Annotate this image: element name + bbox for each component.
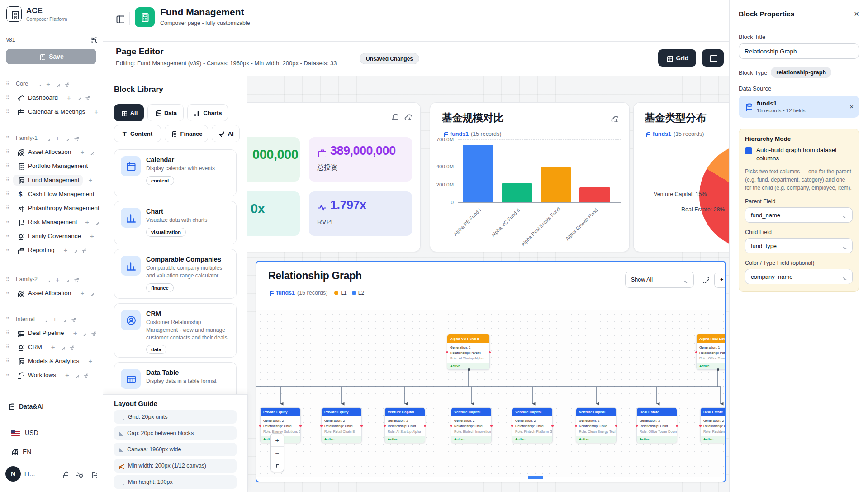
chevron-up-icon[interactable] xyxy=(45,277,50,282)
sidebar-item-calendar-meetings[interactable]: ⠿ Calendar & Meetings + xyxy=(0,105,103,119)
delete-icon[interactable] xyxy=(84,95,90,100)
edit-icon[interactable] xyxy=(88,149,94,155)
chevron-up-icon[interactable] xyxy=(45,135,50,141)
sidebar-item-philanthropy-management[interactable]: ⠿ Philanthropy Management xyxy=(0,201,103,215)
sidebar-item-cash-flow-management[interactable]: ⠿ $Cash Flow Management xyxy=(0,187,103,201)
graph-child-node[interactable]: Real Estate Generation: 2 Relationship: … xyxy=(700,407,726,443)
edit-icon[interactable] xyxy=(71,247,77,253)
delete-icon[interactable] xyxy=(63,81,69,87)
chart-source[interactable]: funds1 (15 records) xyxy=(645,131,704,137)
sidebar-section-core[interactable]: ⠿ Core + xyxy=(0,77,103,91)
add-button[interactable]: + xyxy=(65,372,69,378)
sidebar-section-family-1[interactable]: ⠿ Family-1 + xyxy=(0,131,103,145)
delete-icon[interactable] xyxy=(81,247,86,253)
data-source-card[interactable]: funds1 15 records • 12 fields × xyxy=(739,96,859,118)
add-button[interactable]: + xyxy=(46,81,50,87)
child-field-select[interactable]: fund_type xyxy=(745,238,853,253)
graph-canvas[interactable]: Alpha VC Fund II Generation: 1 Relations… xyxy=(256,310,725,477)
graph-filter-select[interactable]: Show All xyxy=(625,272,694,288)
tab-content[interactable]: TContent xyxy=(114,125,161,142)
bar[interactable] xyxy=(463,145,493,202)
add-button[interactable]: + xyxy=(73,330,77,336)
delete-icon[interactable] xyxy=(82,372,88,378)
horizontal-scrollbar-thumb[interactable] xyxy=(528,476,543,479)
drag-handle-icon[interactable]: ⠿ xyxy=(6,81,9,87)
panel-toggle-icon[interactable] xyxy=(115,14,124,23)
bell-icon[interactable] xyxy=(390,113,398,120)
user-avatar[interactable]: N xyxy=(5,466,21,482)
drag-handle-icon[interactable]: ⠿ xyxy=(6,233,9,239)
lock-icon[interactable] xyxy=(61,470,68,478)
graph-child-node[interactable]: Venture Capital Generation: 2 Relationsh… xyxy=(512,407,553,443)
drag-handle-icon[interactable]: ⠿ xyxy=(6,109,9,115)
sidebar-item-fund-management[interactable]: ⠿ Fund Management + xyxy=(0,173,103,187)
drag-handle-icon[interactable]: ⠿ xyxy=(6,358,9,364)
sidebar-item-data-ai[interactable]: Data&AI xyxy=(7,403,43,410)
graph-child-node[interactable]: Venture Capital Generation: 2 Relationsh… xyxy=(384,407,425,443)
drag-handle-icon[interactable]: ⠿ xyxy=(6,177,9,183)
sidebar-item-reporting[interactable]: ⠿ Reporting + xyxy=(0,243,103,257)
sidebar-item-risk-management[interactable]: ⠿ Risk Management + xyxy=(0,215,103,229)
delete-icon[interactable] xyxy=(90,330,96,336)
drag-handle-icon[interactable]: ⠿ xyxy=(6,205,9,211)
history-icon[interactable] xyxy=(90,36,97,43)
sidebar-item-dashboard[interactable]: ⠿ Dashboard + xyxy=(0,91,103,105)
sidebar-item-workflows[interactable]: ⠿ Workflows + xyxy=(0,368,103,382)
edit-icon[interactable] xyxy=(63,277,69,282)
delete-icon[interactable] xyxy=(73,277,79,282)
library-card-calendar[interactable]: Calendar Display calendar with events co… xyxy=(114,149,237,196)
edit-icon[interactable] xyxy=(63,135,69,141)
add-button[interactable]: + xyxy=(64,247,68,253)
edit-icon[interactable] xyxy=(75,95,81,100)
add-button[interactable]: + xyxy=(80,148,84,155)
drag-handle-icon[interactable]: ⠿ xyxy=(6,372,9,378)
drag-handle-icon[interactable]: ⠿ xyxy=(6,95,9,100)
edit-icon[interactable] xyxy=(88,290,94,296)
sidebar-item-crm[interactable]: ⠿ CRM + xyxy=(0,340,103,354)
add-button[interactable]: + xyxy=(88,358,92,364)
grid-toggle-button[interactable]: Grid xyxy=(658,49,696,67)
tab-ai[interactable]: AI xyxy=(212,125,240,142)
add-button[interactable]: + xyxy=(85,219,89,225)
edit-icon[interactable] xyxy=(61,316,66,322)
edit-icon[interactable] xyxy=(93,219,99,225)
delete-icon[interactable] xyxy=(73,135,79,141)
cloud-download-icon[interactable] xyxy=(611,115,618,122)
tab-data[interactable]: Data xyxy=(147,104,184,121)
remove-source-icon[interactable]: × xyxy=(849,103,854,110)
auto-build-checkbox[interactable] xyxy=(745,147,752,154)
graph-child-node[interactable]: Venture Capital Generation: 2 Relationsh… xyxy=(576,407,617,443)
logout-icon[interactable] xyxy=(90,470,97,478)
add-button[interactable]: + xyxy=(94,108,98,115)
sidebar-section-family-2[interactable]: ⠿ Family-2 + xyxy=(0,272,103,286)
add-button[interactable]: + xyxy=(51,344,55,350)
block-title-input[interactable]: Relationship Graph xyxy=(739,43,859,59)
drag-handle-icon[interactable]: ⠿ xyxy=(6,247,9,253)
library-card-crm[interactable]: CRM Customer Relationship Management - v… xyxy=(114,303,237,358)
sidebar-item-asset-allocation[interactable]: ⠿ Asset Allocation + xyxy=(0,145,103,159)
parent-field-select[interactable]: fund_name xyxy=(745,207,853,223)
zoom-out-button[interactable]: − xyxy=(271,446,284,459)
add-button[interactable]: + xyxy=(67,94,71,101)
graph-child-node[interactable]: Real Estate Generation: 2 Relationship: … xyxy=(636,407,677,443)
add-button[interactable]: + xyxy=(56,276,60,283)
tab-finance[interactable]: Finance xyxy=(165,125,208,142)
bar[interactable] xyxy=(579,187,610,202)
graph-child-node[interactable]: Venture Capital Generation: 2 Relationsh… xyxy=(451,407,492,443)
add-button[interactable]: + xyxy=(88,177,92,183)
drag-handle-icon[interactable]: ⠿ xyxy=(6,149,9,155)
graph-child-node[interactable]: Private Equity Generation: 2 Relationshi… xyxy=(321,407,362,443)
graph-source[interactable]: funds1 (15 records) L1 L2 xyxy=(268,290,364,296)
drag-handle-icon[interactable]: ⠿ xyxy=(6,135,9,141)
language-selector[interactable]: EN xyxy=(11,448,31,455)
expand-icon[interactable] xyxy=(702,276,709,283)
add-button[interactable]: + xyxy=(90,233,94,239)
gear-icon[interactable] xyxy=(76,470,83,478)
tab-all[interactable]: All xyxy=(114,104,144,121)
delete-icon[interactable] xyxy=(70,316,76,322)
bar[interactable] xyxy=(541,167,571,202)
chevron-up-icon[interactable] xyxy=(42,316,47,322)
sidebar-item-models-analytics[interactable]: ⠿ Models & Analytics + xyxy=(0,354,103,368)
drag-handle-icon[interactable]: ⠿ xyxy=(6,163,9,169)
library-card-comparable-companies[interactable]: Comparable Companies Comparable company … xyxy=(114,249,237,299)
